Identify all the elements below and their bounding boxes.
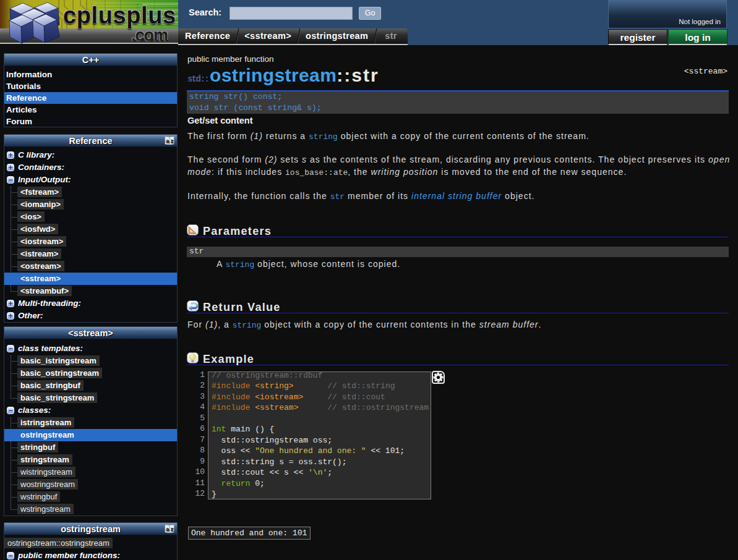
svg-text:z: z xyxy=(171,138,174,144)
svg-text:z: z xyxy=(171,526,174,532)
